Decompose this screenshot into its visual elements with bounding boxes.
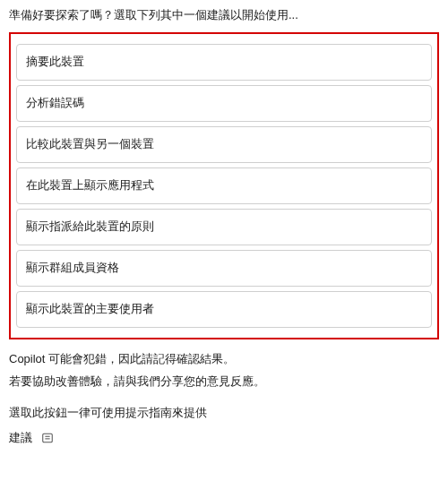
suggestion-item[interactable]: 顯示此裝置的主要使用者 xyxy=(16,291,432,328)
suggestion-item[interactable]: 摘要此裝置 xyxy=(16,44,432,81)
suggestion-list-container: 摘要此裝置 分析錯誤碼 比較此裝置與另一個裝置 在此裝置上顯示應用程式 顯示指派… xyxy=(9,32,439,339)
feedback-text: 若要協助改善體驗，請與我們分享您的意見反應。 xyxy=(9,373,439,391)
suggestion-item[interactable]: 在此裝置上顯示應用程式 xyxy=(16,167,432,204)
intro-text: 準備好要探索了嗎？選取下列其中一個建議以開始使用... xyxy=(9,7,439,23)
suggestion-item[interactable]: 分析錯誤碼 xyxy=(16,85,432,122)
prompt-guide-button[interactable] xyxy=(39,430,56,446)
suggestion-item[interactable]: 顯示指派給此裝置的原則 xyxy=(16,209,432,245)
prompt-guide-label: 建議 xyxy=(9,430,32,446)
suggestion-item[interactable]: 比較此裝置與另一個裝置 xyxy=(16,126,432,163)
prompt-guide-description: 選取此按鈕一律可使用提示指南來提供 xyxy=(9,404,439,423)
prompt-guide-row: 建議 xyxy=(9,430,439,446)
suggestion-item[interactable]: 顯示群組成員資格 xyxy=(16,250,432,287)
svg-rect-0 xyxy=(43,434,53,442)
prompt-guide-icon xyxy=(41,432,54,444)
disclaimer-text: Copilot 可能會犯錯，因此請記得確認結果。 xyxy=(9,350,439,369)
